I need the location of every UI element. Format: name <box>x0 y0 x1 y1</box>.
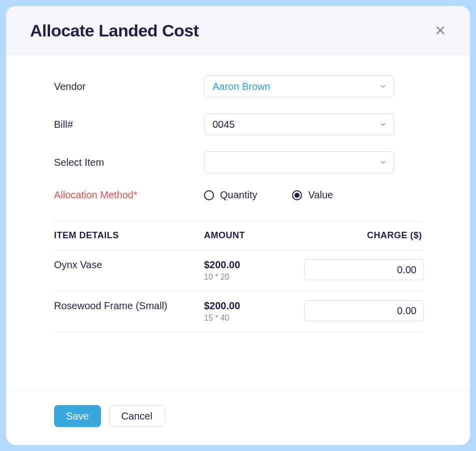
close-icon[interactable]: ✕ <box>430 22 450 40</box>
modal-footer: Save Cancel <box>6 391 470 445</box>
radio-value-label: Value <box>308 189 333 201</box>
bill-row: Bill# 0045 <box>54 113 422 135</box>
modal-title: Allocate Landed Cost <box>30 21 199 40</box>
bill-value: 0045 <box>212 119 235 130</box>
item-name: Oynx Vase <box>54 259 204 271</box>
cancel-button[interactable]: Cancel <box>109 405 165 427</box>
table-row: Rosewood Frame (Small) $200.00 15 * 40 <box>54 291 422 332</box>
select-item-row: Select Item <box>54 151 422 173</box>
modal-body: Vendor Aaron Brown Bill# 0045 <box>6 55 470 391</box>
charge-input[interactable] <box>304 259 424 280</box>
item-select[interactable] <box>204 151 394 173</box>
items-table-header: ITEM DETAILS AMOUNT CHARGE ($) <box>54 221 422 250</box>
chevron-down-icon <box>380 83 386 90</box>
item-amount: $200.00 <box>204 259 304 271</box>
charge-input[interactable] <box>304 300 424 321</box>
item-calc: 15 * 40 <box>204 314 304 323</box>
vendor-value: Aaron Brown <box>212 81 270 92</box>
allocation-method-radio-group: Quantity Value <box>204 189 333 201</box>
chevron-down-icon <box>380 121 386 128</box>
radio-icon <box>204 190 214 200</box>
col-amount: AMOUNT <box>204 230 304 241</box>
chevron-down-icon <box>380 159 386 166</box>
item-amount: $200.00 <box>204 300 304 312</box>
items-section: ITEM DETAILS AMOUNT CHARGE ($) Oynx Vase… <box>54 221 422 332</box>
radio-value[interactable]: Value <box>292 189 333 201</box>
col-charge: CHARGE ($) <box>304 230 422 241</box>
bill-label: Bill# <box>54 119 204 130</box>
radio-quantity-label: Quantity <box>220 189 257 201</box>
radio-quantity[interactable]: Quantity <box>204 189 257 201</box>
select-item-label: Select Item <box>54 157 204 168</box>
allocation-method-row: Allocation Method* Quantity Value <box>54 189 422 201</box>
vendor-row: Vendor Aaron Brown <box>54 75 422 97</box>
allocation-method-label: Allocation Method* <box>54 189 204 201</box>
item-name: Rosewood Frame (Small) <box>54 300 204 312</box>
allocate-landed-cost-modal: Allocate Landed Cost ✕ Vendor Aaron Brow… <box>6 6 470 445</box>
table-row: Oynx Vase $200.00 10 * 20 <box>54 250 422 291</box>
item-calc: 10 * 20 <box>204 273 304 282</box>
radio-icon <box>292 190 302 200</box>
save-button[interactable]: Save <box>54 405 101 427</box>
vendor-select[interactable]: Aaron Brown <box>204 75 394 97</box>
modal-header: Allocate Landed Cost ✕ <box>6 6 470 55</box>
col-item-details: ITEM DETAILS <box>54 230 204 241</box>
vendor-label: Vendor <box>54 81 204 92</box>
bill-select[interactable]: 0045 <box>204 113 394 135</box>
